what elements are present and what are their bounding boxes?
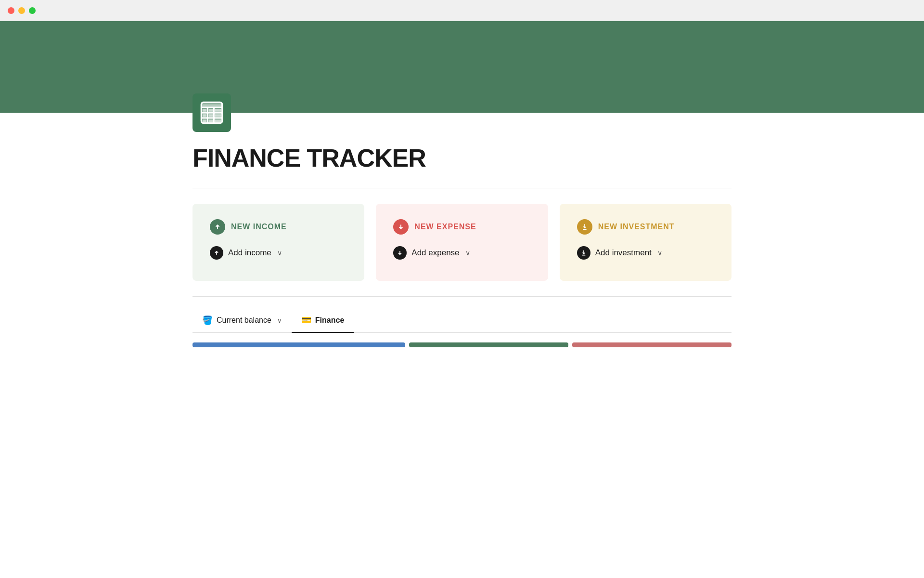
tabs-row: 🪣 Current balance ∨ 💳 Finance <box>192 308 732 333</box>
page-title: FINANCE TRACKER <box>192 144 732 172</box>
income-card: NEW INCOME Add income ∨ <box>192 204 364 281</box>
investment-card-header: NEW INVESTMENT <box>577 219 714 235</box>
expense-card-header: NEW EXPENSE <box>393 219 530 235</box>
page-icon <box>192 93 231 132</box>
investment-card-title: NEW INVESTMENT <box>598 223 675 231</box>
cards-divider <box>192 296 732 297</box>
cards-row: NEW INCOME Add income ∨ <box>192 204 732 281</box>
svg-rect-16 <box>209 119 213 122</box>
svg-rect-8 <box>201 105 222 108</box>
income-chevron-icon: ∨ <box>277 249 282 257</box>
bar-green <box>409 342 568 347</box>
income-icon <box>210 219 225 235</box>
balance-tab-icon: 🪣 <box>202 315 213 326</box>
svg-rect-10 <box>209 109 213 111</box>
expense-chevron-icon: ∨ <box>465 249 470 257</box>
svg-rect-13 <box>209 114 213 117</box>
main-content: FINANCE TRACKER NEW INCOME <box>125 93 799 347</box>
svg-rect-12 <box>203 114 207 117</box>
finance-tab-icon: 💳 <box>301 315 311 325</box>
expense-card-title: NEW EXPENSE <box>414 223 476 231</box>
balance-tab-label: Current balance <box>217 316 271 325</box>
expense-card: NEW EXPENSE Add expense ∨ <box>376 204 548 281</box>
svg-rect-11 <box>215 109 221 111</box>
bar-red <box>572 342 732 347</box>
chart-bars-hint <box>192 342 732 347</box>
title-divider <box>192 188 732 188</box>
investment-card: NEW INVESTMENT Add investment ∨ <box>560 204 732 281</box>
bottom-section: 🪣 Current balance ∨ 💳 Finance <box>192 308 732 347</box>
svg-rect-15 <box>203 119 207 122</box>
add-expense-button[interactable]: Add expense ∨ <box>393 246 530 260</box>
minimize-button[interactable] <box>18 7 25 14</box>
add-expense-label: Add expense <box>411 248 459 258</box>
add-income-button[interactable]: Add income ∨ <box>210 246 347 260</box>
tab-current-balance[interactable]: 🪣 Current balance ∨ <box>192 308 292 332</box>
investment-icon <box>577 219 592 235</box>
tab-finance[interactable]: 💳 Finance <box>292 308 354 333</box>
svg-rect-14 <box>215 114 221 117</box>
svg-rect-9 <box>203 109 207 111</box>
close-button[interactable] <box>8 7 14 14</box>
add-investment-action-icon <box>577 246 590 260</box>
add-income-label: Add income <box>228 248 271 258</box>
bar-blue <box>192 342 405 347</box>
investment-chevron-icon: ∨ <box>657 249 662 257</box>
expense-icon <box>393 219 409 235</box>
page-icon-area <box>192 93 732 132</box>
add-investment-button[interactable]: Add investment ∨ <box>577 246 714 260</box>
add-investment-label: Add investment <box>595 248 652 258</box>
title-bar <box>0 0 924 21</box>
income-card-title: NEW INCOME <box>231 223 287 231</box>
spreadsheet-icon <box>199 100 224 125</box>
svg-rect-17 <box>215 119 221 122</box>
balance-chevron-icon: ∨ <box>277 317 282 324</box>
maximize-button[interactable] <box>29 7 36 14</box>
finance-tab-label: Finance <box>315 316 344 325</box>
add-expense-action-icon <box>393 246 407 260</box>
add-income-action-icon <box>210 246 223 260</box>
income-card-header: NEW INCOME <box>210 219 347 235</box>
